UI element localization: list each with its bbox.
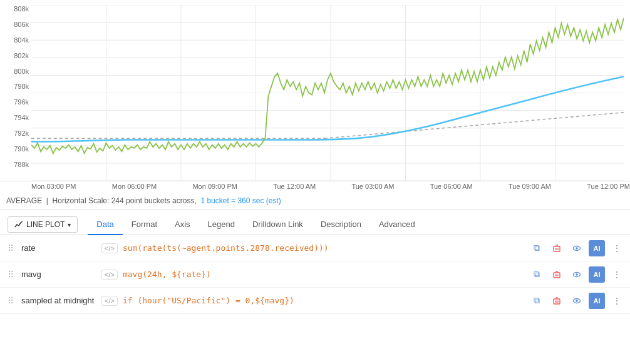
svg-point-26 [576,247,578,250]
y-axis-label: 806k [3,21,29,28]
y-axis-label: 800k [3,68,29,75]
table-row: ⠿ sampled at midnight </> if (hour("US/P… [0,288,630,314]
more-button-mavg[interactable]: ⋮ [609,266,625,283]
formula-mavg: mavg(24h, ${rate}) [123,270,524,279]
x-axis-label: Mon 06:00 PM [112,183,157,190]
y-axis-label: 808k [3,5,29,13]
chart-area: 808k806k804k802k800k798k796k794k792k790k… [0,0,630,181]
panel-tabs: LINE PLOT ▾ Data Format Axis Legend Dril… [0,210,630,235]
x-axis-label: Tue 09:00 AM [509,183,551,190]
chart-info: AVERAGE | Horizontal Scale: 244 point bu… [0,193,630,210]
tab-description[interactable]: Description [312,215,370,235]
chevron-down-icon: ▾ [68,221,71,228]
chart-svg [31,5,624,181]
eye-button-rate[interactable] [569,240,585,256]
drag-handle[interactable]: ⠿ [5,270,16,280]
more-button-sampled[interactable]: ⋮ [609,293,625,309]
row-actions-rate: ⧉ AI ⋮ [529,240,625,256]
x-axis-label: Tue 12:00 AM [273,183,316,190]
y-axis: 808k806k804k802k800k798k796k794k792k790k… [0,0,31,181]
delete-button-rate[interactable] [549,240,565,256]
plot-type-label: LINE PLOT [26,220,65,229]
y-axis-label: 794k [3,114,29,121]
y-axis-label: 798k [3,83,29,90]
delete-button-mavg[interactable] [549,266,565,283]
formula-sampled: if (hour("US/Pacific") = 0,${mavg}) [123,296,524,305]
row-name-rate: rate [21,243,96,253]
x-axis-label: Tue 03:00 AM [351,183,394,190]
row-name-mavg: mavg [21,270,96,279]
chart-info-link[interactable]: 1 bucket = 360 sec (est) [200,196,281,205]
delete-button-sampled[interactable] [549,293,565,309]
tab-advanced[interactable]: Advanced [370,215,424,235]
copy-button-mavg[interactable]: ⧉ [529,266,545,283]
tab-legend[interactable]: Legend [199,215,244,235]
x-axis-label: Tue 12:00 PM [587,183,630,190]
ai-button-mavg[interactable]: AI [589,266,605,283]
row-name-sampled: sampled at midnight [21,296,96,305]
drag-handle[interactable]: ⠿ [5,243,16,253]
tab-format[interactable]: Format [123,215,166,235]
tab-axis[interactable]: Axis [166,215,199,235]
chart-info-prefix: AVERAGE [6,196,42,205]
drag-handle[interactable]: ⠿ [5,296,16,306]
tab-drilldown-link[interactable]: Drilldown Link [244,215,312,235]
code-tag-sampled[interactable]: </> [101,296,118,306]
copy-button-sampled[interactable]: ⧉ [529,293,545,309]
more-button-rate[interactable]: ⋮ [609,240,625,256]
ai-button-rate[interactable]: AI [589,240,605,256]
code-tag-rate[interactable]: </> [101,243,118,253]
ai-button-sampled[interactable]: AI [589,293,605,309]
y-axis-label: 796k [3,98,29,106]
row-actions-mavg: ⧉ AI ⋮ [529,266,625,283]
y-axis-label: 788k [3,161,29,168]
svg-line-19 [324,113,624,139]
row-actions-sampled: ⧉ AI ⋮ [529,293,625,309]
x-axis-labels: Mon 03:00 PMMon 06:00 PMMon 09:00 PMTue … [0,181,630,193]
chart-info-text: Horizontal Scale: 244 point buckets acro… [53,196,197,205]
y-axis-label: 790k [3,145,29,153]
table-row: ⠿ rate </> sum(rate(ts(~agent.points.287… [0,235,630,261]
svg-point-33 [576,273,578,276]
y-axis-label: 792k [3,129,29,137]
x-axis-label: Mon 03:00 PM [31,183,76,190]
eye-button-mavg[interactable] [569,266,585,283]
svg-point-40 [576,300,578,302]
copy-button-rate[interactable]: ⧉ [529,240,545,256]
plot-type-button[interactable]: LINE PLOT ▾ [8,216,78,233]
chart-container: 808k806k804k802k800k798k796k794k792k790k… [0,0,630,314]
x-axis-label: Mon 09:00 PM [192,183,237,190]
table-row: ⠿ mavg </> mavg(24h, ${rate}) ⧉ [0,261,630,288]
code-tag-mavg[interactable]: </> [101,270,118,280]
data-rows: ⠿ rate </> sum(rate(ts(~agent.points.287… [0,235,630,314]
y-axis-label: 804k [3,36,29,44]
x-axis-label: Tue 06:00 AM [430,183,473,190]
y-axis-label: 802k [3,52,29,59]
formula-rate: sum(rate(ts(~agent.points.2878.received)… [123,243,524,253]
tab-data[interactable]: Data [88,215,122,235]
eye-button-sampled[interactable] [569,293,585,309]
